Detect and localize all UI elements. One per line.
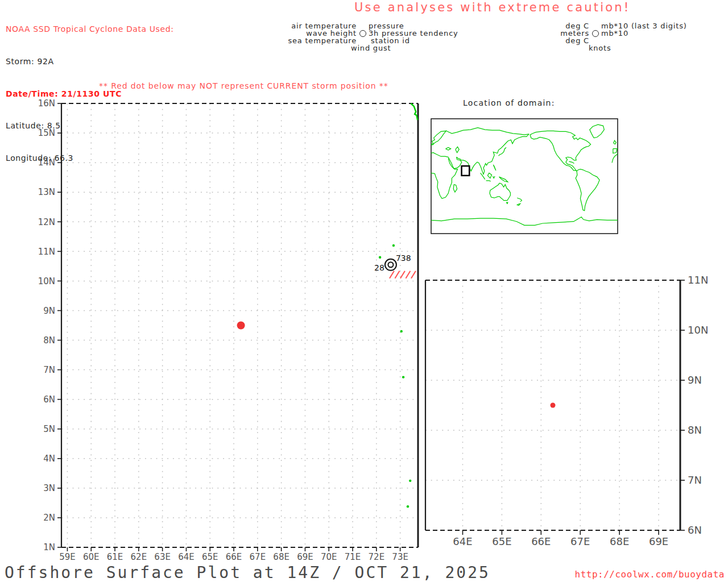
world-coastline bbox=[590, 124, 605, 138]
x-tick-label: 60E bbox=[83, 552, 100, 562]
missing-data-hatch bbox=[390, 271, 394, 278]
world-coastline bbox=[517, 198, 522, 202]
x-tick-label: 59E bbox=[59, 552, 76, 562]
world-map bbox=[431, 119, 618, 234]
world-coastline bbox=[431, 153, 448, 157]
world-coastline bbox=[499, 177, 507, 182]
world-coastline bbox=[457, 134, 530, 174]
y-tick-label: 9N bbox=[688, 374, 702, 386]
x-tick-label: 65E bbox=[492, 535, 511, 547]
x-tick-label: 61E bbox=[107, 552, 123, 562]
world-coastline bbox=[493, 165, 496, 171]
world-coastline bbox=[517, 203, 520, 205]
world-map-border bbox=[431, 119, 618, 234]
world-coastline bbox=[506, 202, 508, 203]
source-url-link[interactable]: http://coolwx.com/buoydata bbox=[575, 569, 725, 580]
unit-knots: knots bbox=[589, 44, 687, 52]
y-tick-label: 13N bbox=[38, 187, 55, 197]
storm-longitude-line: Longitude: 66.3 bbox=[6, 153, 174, 164]
world-coastline bbox=[446, 128, 529, 135]
world-coastline bbox=[431, 131, 446, 145]
x-tick-label: 67E bbox=[570, 535, 590, 547]
missing-data-hatch bbox=[395, 271, 399, 278]
red-dot-warning: ** Red dot below may NOT represent CURRE… bbox=[99, 81, 388, 90]
x-tick-label: 65E bbox=[202, 552, 218, 562]
world-coastline bbox=[446, 148, 451, 151]
y-tick-label: 7N bbox=[688, 474, 702, 486]
x-tick-label: 70E bbox=[321, 552, 337, 562]
world-coastline bbox=[530, 131, 591, 171]
station-left-value: 28 bbox=[374, 263, 384, 272]
x-tick-label: 66E bbox=[531, 535, 551, 547]
y-tick-label: 2N bbox=[43, 513, 55, 523]
world-coastline bbox=[614, 140, 617, 144]
world-coastline bbox=[490, 183, 510, 200]
page-title: Offshore Surface Plot at 14Z / OCT 21, 2… bbox=[5, 563, 490, 582]
world-coastline bbox=[530, 135, 577, 171]
station-circle-outer bbox=[385, 259, 396, 271]
y-tick-label: 9N bbox=[43, 306, 55, 316]
island-mark bbox=[407, 505, 409, 508]
buoy-plot-page: { "colors": { "red_text": "#ff5050", "re… bbox=[0, 0, 728, 582]
x-tick-label: 64E bbox=[178, 552, 195, 562]
y-tick-label: 10N bbox=[688, 324, 708, 336]
x-tick-label: 69E bbox=[297, 552, 313, 562]
storm-position-dot bbox=[237, 322, 245, 330]
y-tick-label: 11N bbox=[688, 274, 708, 286]
world-coastline bbox=[498, 148, 506, 156]
world-coastline bbox=[453, 185, 457, 193]
caution-banner: Use analyses with extreme caution! bbox=[354, 1, 630, 14]
legend-sea-temperature: sea temperature bbox=[249, 37, 357, 44]
zoom-map: 64E65E66E67E68E69E6N7N8N9N10N11N bbox=[425, 274, 708, 547]
coastline bbox=[411, 103, 417, 120]
island-mark bbox=[400, 330, 403, 332]
y-tick-label: 4N bbox=[43, 454, 55, 464]
unit-deg-c-sea: deg C bbox=[521, 37, 589, 44]
world-coastline bbox=[612, 154, 618, 163]
world-coastline bbox=[481, 173, 485, 179]
y-tick-label: 8N bbox=[43, 335, 55, 346]
station-circle-icon bbox=[589, 30, 601, 37]
y-tick-label: 11N bbox=[38, 247, 55, 257]
island-mark bbox=[379, 256, 381, 259]
y-tick-label: 10N bbox=[38, 276, 55, 286]
units-legend: deg C mb*10 (last 3 digits) meters mb*10… bbox=[521, 22, 687, 52]
x-tick-label: 72E bbox=[369, 552, 385, 562]
island-mark bbox=[402, 376, 404, 378]
station-circle-icon bbox=[357, 30, 369, 37]
storm-position-dot bbox=[551, 403, 556, 408]
x-tick-label: 73E bbox=[392, 552, 408, 562]
missing-data-hatch bbox=[400, 271, 405, 278]
x-tick-label: 64E bbox=[453, 535, 472, 547]
station-model-legend: air temperature pressure wave height 3h … bbox=[249, 22, 458, 52]
x-tick-label: 71E bbox=[345, 552, 361, 562]
x-tick-label: 62E bbox=[131, 552, 147, 562]
x-tick-label: 68E bbox=[273, 552, 289, 562]
domain-box bbox=[462, 166, 470, 176]
y-tick-label: 6N bbox=[43, 394, 55, 405]
x-tick-label: 68E bbox=[610, 535, 629, 547]
y-tick-label: 7N bbox=[43, 365, 55, 375]
y-tick-label: 6N bbox=[688, 524, 702, 536]
storm-latitude-line: Latitude: 8.5 bbox=[6, 120, 174, 131]
y-tick-label: 12N bbox=[38, 217, 55, 227]
world-coastline bbox=[431, 159, 458, 199]
x-tick-label: 67E bbox=[250, 552, 266, 562]
unit-mb10: mb*10 bbox=[601, 30, 687, 37]
legend-wind-gust: wind gust bbox=[351, 44, 458, 52]
data-source-line: NOAA SSD Tropical Cyclone Data Used: bbox=[6, 24, 174, 35]
world-coastline bbox=[486, 181, 491, 181]
world-coastline bbox=[456, 147, 459, 152]
world-coastline bbox=[431, 217, 618, 226]
island-mark bbox=[392, 244, 395, 247]
storm-id-line: Storm: 92A bbox=[6, 56, 174, 67]
world-coastline bbox=[487, 173, 491, 178]
station-pressure-value: 738 bbox=[396, 253, 411, 263]
y-tick-label: 3N bbox=[43, 483, 55, 493]
y-tick-label: 1N bbox=[43, 542, 55, 552]
y-tick-label: 5N bbox=[43, 424, 55, 434]
station-circle-inner bbox=[388, 262, 393, 267]
missing-data-hatch bbox=[406, 271, 410, 278]
x-tick-label: 69E bbox=[649, 535, 668, 547]
world-coastline bbox=[576, 169, 599, 211]
